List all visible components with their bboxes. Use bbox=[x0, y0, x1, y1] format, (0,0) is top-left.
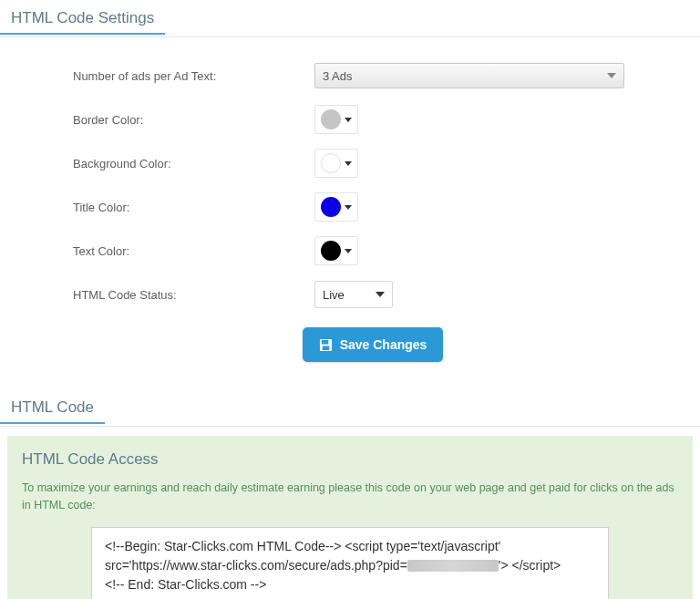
ads-count-label: Number of ads per Ad Text: bbox=[73, 69, 314, 83]
title-color-picker[interactable] bbox=[314, 192, 358, 222]
settings-title: HTML Code Settings bbox=[0, 0, 165, 35]
color-swatch bbox=[321, 241, 341, 261]
color-swatch bbox=[321, 109, 341, 129]
snippet-line-1: <!--Begin: Star-Clicks.com HTML Code--> … bbox=[105, 539, 500, 553]
dropdown-caret-icon bbox=[607, 73, 616, 78]
text-color-label: Text Color: bbox=[73, 244, 314, 258]
border-color-picker[interactable] bbox=[314, 105, 358, 134]
save-button[interactable]: Save Changes bbox=[303, 327, 444, 362]
settings-form: Number of ads per Ad Text: 3 Ads Border … bbox=[0, 46, 700, 389]
dropdown-caret-icon bbox=[345, 118, 352, 122]
status-select[interactable]: Live bbox=[314, 281, 393, 308]
save-icon bbox=[319, 338, 333, 352]
snippet-line-2-suffix: '> </script> bbox=[499, 558, 561, 573]
code-access-title: HTML Code Access bbox=[22, 450, 678, 469]
color-swatch bbox=[321, 153, 341, 173]
dropdown-caret-icon bbox=[345, 161, 352, 166]
status-label: HTML Code Status: bbox=[73, 288, 314, 302]
save-button-label: Save Changes bbox=[340, 337, 427, 352]
code-access-panel: HTML Code Access To maximize your earnin… bbox=[7, 436, 693, 599]
dropdown-caret-icon bbox=[376, 292, 385, 297]
background-color-picker[interactable] bbox=[314, 149, 358, 178]
redacted-pid bbox=[407, 560, 499, 572]
dropdown-caret-icon bbox=[345, 205, 352, 210]
snippet-line-3: <!-- End: Star-Clicks.com --> bbox=[105, 577, 266, 592]
title-color-label: Title Color: bbox=[73, 201, 314, 214]
snippet-line-2-prefix: src='https://www.star-clicks.com/secure/… bbox=[105, 558, 407, 573]
text-color-picker[interactable] bbox=[314, 236, 358, 265]
svg-rect-2 bbox=[322, 346, 329, 350]
svg-rect-1 bbox=[321, 339, 328, 344]
border-color-label: Border Color: bbox=[73, 113, 314, 127]
ads-count-value: 3 Ads bbox=[323, 69, 353, 83]
background-color-label: Background Color: bbox=[73, 157, 314, 170]
ads-count-select[interactable]: 3 Ads bbox=[314, 63, 624, 88]
code-section-title: HTML Code bbox=[0, 389, 105, 424]
status-value: Live bbox=[323, 288, 345, 302]
code-access-description: To maximize your earnings and reach dail… bbox=[22, 480, 678, 514]
code-snippet[interactable]: <!--Begin: Star-Clicks.com HTML Code--> … bbox=[91, 527, 609, 600]
color-swatch bbox=[321, 197, 341, 217]
dropdown-caret-icon bbox=[345, 249, 352, 253]
